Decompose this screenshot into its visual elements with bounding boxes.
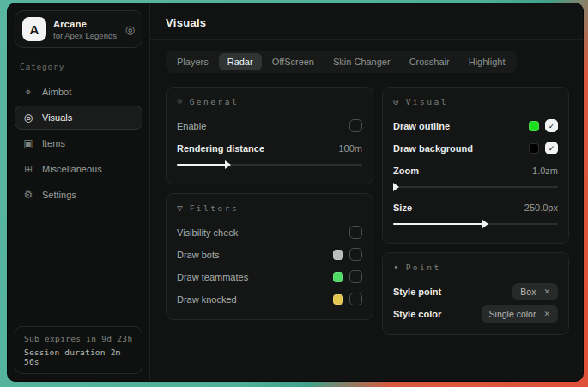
eye-icon: ⊙	[393, 96, 399, 107]
draw-background-label: Draw background	[393, 143, 473, 154]
style-color-select[interactable]: Single color ✕	[482, 305, 558, 323]
slider-thumb[interactable]	[482, 220, 488, 228]
zoom-row: Zoom 1.0zm	[393, 160, 558, 180]
draw-background-row: Draw background ✓	[393, 138, 558, 158]
slider-fill	[393, 223, 484, 225]
slider-track	[393, 186, 558, 188]
sidebar-item-label: Miscellaneous	[42, 164, 102, 174]
main-header: Visuals	[150, 3, 583, 40]
zoom-label: Zoom	[393, 166, 419, 176]
draw-knocked-row: Draw knocked ✓	[177, 289, 362, 309]
draw-knocked-color-swatch[interactable]	[333, 294, 343, 305]
panel-title: Filters	[190, 203, 239, 213]
slider-fill	[177, 164, 227, 166]
visibility-check-checkbox[interactable]: ✓	[349, 226, 362, 239]
close-icon[interactable]: ✕	[543, 310, 550, 318]
style-color-label: Style color	[393, 309, 441, 319]
filters-panel: ▽ Filters Visibility check ✓ Draw bots	[166, 193, 373, 320]
panel-title: Visual	[406, 97, 448, 106]
general-panel-header: ☼ General	[177, 96, 362, 107]
crosshair-icon: ⌖	[22, 86, 34, 98]
sub-expires-text: Sub expires in 9d 23h	[24, 334, 133, 343]
draw-teammates-label: Draw teammates	[177, 272, 248, 282]
sidebar-item-miscellaneous[interactable]: ⊞ Miscellaneous	[15, 157, 142, 181]
brand-card: A Arcane for Apex Legends ◎	[15, 10, 142, 48]
draw-teammates-checkbox[interactable]: ✓	[349, 270, 362, 283]
size-row: Size 250.0px	[393, 197, 558, 217]
main-body: Players Radar OffScreen Skin Changer Cro…	[150, 40, 583, 335]
tab-skin-changer[interactable]: Skin Changer	[324, 53, 399, 70]
style-color-row: Style color Single color ✕	[393, 304, 558, 324]
sun-icon: ☼	[177, 96, 183, 107]
app-subtitle: for Apex Legends	[53, 31, 118, 40]
size-label: Size	[393, 203, 412, 213]
tab-highlight[interactable]: Highlight	[460, 53, 514, 70]
grid-icon: ⊞	[22, 163, 34, 175]
visual-panel-header: ⊙ Visual	[393, 96, 558, 107]
tab-bar: Players Radar OffScreen Skin Changer Cro…	[166, 51, 517, 73]
filters-panel-header: ▽ Filters	[177, 203, 362, 214]
main-area: Visuals Players Radar OffScreen Skin Cha…	[150, 3, 583, 381]
draw-bots-label: Draw bots	[177, 250, 220, 260]
draw-bots-checkbox[interactable]: ✓	[349, 248, 362, 261]
brand-text: Arcane for Apex Legends	[53, 19, 118, 40]
style-point-select[interactable]: Box ✕	[512, 283, 558, 300]
draw-knocked-label: Draw knocked	[177, 294, 237, 305]
tab-label: Radar	[227, 57, 253, 67]
tab-players[interactable]: Players	[168, 53, 217, 70]
size-slider[interactable]	[393, 221, 558, 227]
sidebar-item-settings[interactable]: ⚙ Settings	[15, 183, 142, 207]
panel-columns: ☼ General Enable ✓ Rendering distance 10…	[166, 87, 569, 335]
left-column: ☼ General Enable ✓ Rendering distance 10…	[166, 87, 373, 320]
tab-label: Skin Changer	[333, 57, 391, 67]
tab-offscreen[interactable]: OffScreen	[264, 53, 323, 70]
point-panel: • Point Style point Box ✕ Style color	[382, 252, 569, 335]
tab-label: Players	[177, 57, 209, 67]
box-icon: ▣	[22, 137, 34, 149]
sidebar-item-label: Items	[42, 138, 65, 148]
draw-background-color-swatch[interactable]	[529, 143, 539, 154]
draw-teammates-row: Draw teammates ✓	[177, 267, 362, 287]
category-label: Category	[20, 62, 137, 71]
sidebar-item-visuals[interactable]: ◎ Visuals	[15, 106, 142, 130]
enable-label: Enable	[177, 121, 206, 131]
close-icon[interactable]: ✕	[543, 287, 550, 296]
tab-label: Highlight	[469, 57, 506, 67]
enable-row: Enable ✓	[177, 116, 362, 136]
zoom-slider[interactable]	[393, 184, 558, 190]
session-duration-text: Session duration 2m 56s	[24, 348, 133, 366]
draw-teammates-color-swatch[interactable]	[333, 272, 343, 282]
app-logo: A	[22, 17, 46, 41]
slider-thumb[interactable]	[393, 183, 399, 191]
style-point-value: Box	[520, 287, 536, 297]
tab-radar[interactable]: Radar	[219, 53, 262, 70]
rendering-distance-row: Rendering distance 100m	[177, 138, 362, 158]
style-color-value: Single color	[489, 309, 536, 319]
subscription-info-card: Sub expires in 9d 23h Session duration 2…	[15, 326, 142, 374]
tab-crosshair[interactable]: Crosshair	[401, 53, 458, 70]
scan-icon: ◎	[22, 112, 34, 124]
style-point-label: Style point	[393, 287, 441, 297]
rendering-distance-label: Rendering distance	[177, 143, 264, 154]
draw-knocked-checkbox[interactable]: ✓	[349, 293, 362, 305]
sidebar-item-aimbot[interactable]: ⌖ Aimbot	[15, 80, 142, 104]
zoom-value: 1.0zm	[532, 166, 558, 176]
draw-background-checkbox[interactable]: ✓	[545, 142, 558, 154]
visibility-check-row: Visibility check ✓	[177, 222, 362, 242]
draw-bots-color-swatch[interactable]	[333, 250, 343, 260]
target-settings-icon[interactable]: ◎	[125, 23, 135, 36]
gear-icon: ⚙	[22, 189, 34, 201]
filter-icon: ▽	[177, 203, 183, 214]
rendering-distance-slider[interactable]	[177, 161, 362, 168]
draw-outline-checkbox[interactable]: ✓	[545, 119, 558, 132]
visibility-check-label: Visibility check	[177, 227, 238, 238]
sidebar-item-items[interactable]: ▣ Items	[15, 131, 142, 155]
enable-checkbox[interactable]: ✓	[349, 119, 362, 132]
app-window: A Arcane for Apex Legends ◎ Category ⌖ A…	[7, 3, 584, 382]
dot-icon: •	[393, 262, 399, 273]
draw-outline-color-swatch[interactable]	[529, 121, 539, 131]
app-title: Arcane	[53, 19, 118, 29]
slider-thumb[interactable]	[225, 160, 231, 169]
sidebar-item-label: Settings	[42, 190, 76, 200]
tab-label: Crosshair	[409, 57, 450, 67]
